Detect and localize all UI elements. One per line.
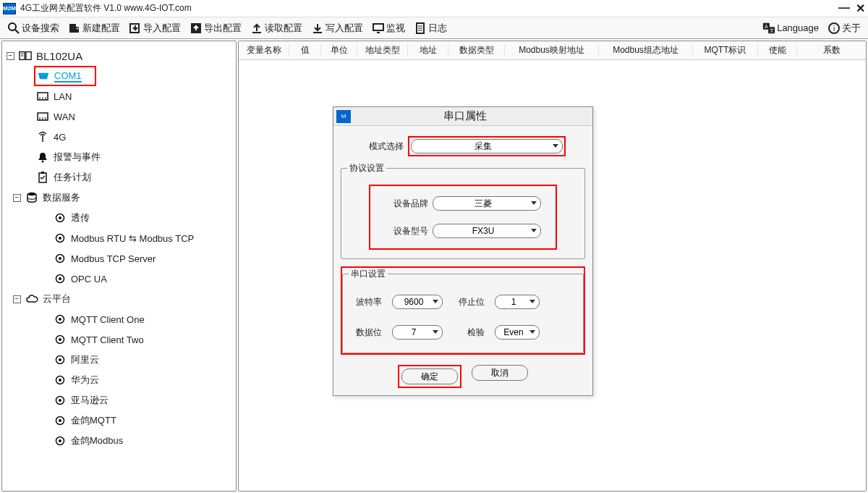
toolbar-log-label: 日志 <box>428 22 447 35</box>
tree-aliyun[interactable]: 阿里云 <box>5 350 233 370</box>
cancel-button[interactable]: 取消 <box>472 365 528 381</box>
tree-king-mqtt[interactable]: 金鸽MQTT <box>5 410 233 431</box>
toolbar-import[interactable]: 导入配置 <box>124 20 185 36</box>
svg-point-43 <box>59 318 61 321</box>
minimize-button[interactable]: — <box>838 1 850 15</box>
tree-modbus-rtu-tcp[interactable]: Modbus RTU ⇆ Modbus TCP <box>5 228 233 248</box>
tree-modbus-tcp-server[interactable]: Modbus TCP Server <box>5 248 233 269</box>
tree-mqtt-client-two[interactable]: MQTT Client Two <box>5 329 233 350</box>
brand-select[interactable]: 三菱 <box>433 196 541 211</box>
device-tree[interactable]: − BL102UA COM1 <box>1 41 237 492</box>
toolbar-monitor-label: 监视 <box>386 22 405 35</box>
target-icon <box>54 232 67 244</box>
col-modbusmap[interactable]: Modbus映射地址 <box>505 44 599 56</box>
col-addrtype[interactable]: 地址类型 <box>357 44 408 56</box>
toolbar-read-label: 读取配置 <box>265 22 302 35</box>
svg-rect-18 <box>26 52 31 60</box>
col-unit[interactable]: 单位 <box>321 44 357 56</box>
baud-select[interactable]: 9600 <box>392 295 443 309</box>
parity-label: 检验 <box>453 326 485 339</box>
serial-fieldset: 串口设置 波特率 9600 停止位 1 数据位 7 检验 Even <box>342 268 584 353</box>
stopbits-select[interactable]: 1 <box>495 295 540 309</box>
collapse-icon[interactable]: − <box>7 52 14 60</box>
tree-mqtt2-label: MQTT Client Two <box>71 334 144 345</box>
close-button[interactable]: ✕ <box>856 1 865 15</box>
tree-task-label: 任务计划 <box>54 171 91 184</box>
svg-line-1 <box>15 30 19 33</box>
tree-king-modbus[interactable]: 金鸽Modbus <box>5 431 233 451</box>
toolbar-export[interactable]: 导出配置 <box>185 20 246 36</box>
tree-passthrough-label: 透传 <box>71 211 90 224</box>
wan-icon <box>36 111 49 122</box>
databits-select[interactable]: 7 <box>392 325 443 340</box>
col-varname[interactable]: 变量名称 <box>239 44 289 56</box>
toolbar-about-label: 关于 <box>842 22 861 35</box>
tree-lan-label: LAN <box>54 91 72 102</box>
antenna-icon <box>36 131 49 143</box>
toolbar-read[interactable]: 读取配置 <box>246 20 307 36</box>
tree-4g[interactable]: 4G <box>5 127 233 147</box>
download-icon <box>311 22 324 35</box>
collapse-icon[interactable]: − <box>13 194 21 202</box>
ok-button[interactable]: 确定 <box>401 368 458 384</box>
tree-com1-label: COM1 <box>54 70 82 83</box>
toolbar-search-label: 设备搜索 <box>22 22 59 35</box>
col-datatype[interactable]: 数据类型 <box>448 44 505 56</box>
col-enable[interactable]: 使能 <box>758 44 797 56</box>
toolbar-write[interactable]: 写入配置 <box>307 20 367 36</box>
target-icon <box>54 354 67 366</box>
svg-point-39 <box>59 257 61 260</box>
tree-cloud[interactable]: − 云平台 <box>5 289 233 309</box>
toolbar-monitor[interactable]: 监视 <box>367 20 409 36</box>
tree-opc-ua-label: OPC UA <box>71 274 107 285</box>
toolbar-about[interactable]: i 关于 <box>823 20 865 36</box>
col-value[interactable]: 值 <box>289 44 321 56</box>
upload-icon <box>250 22 263 35</box>
svg-rect-5 <box>373 24 383 30</box>
serial-port-icon <box>37 70 50 82</box>
main-content: 变量名称 值 单位 地址类型 地址 数据类型 Modbus映射地址 Modbus… <box>238 41 867 492</box>
tree-mqtt1-label: MQTT Client One <box>71 314 145 325</box>
brand-label: 设备品牌 <box>385 198 428 210</box>
parity-select[interactable]: Even <box>495 325 540 340</box>
tree-task[interactable]: 任务计划 <box>5 167 233 187</box>
target-icon <box>54 253 67 264</box>
model-label: 设备型号 <box>385 225 428 237</box>
dialog-titlebar[interactable]: M 串口属性 <box>333 107 592 126</box>
toolbar-language[interactable]: A文 Language <box>758 20 823 36</box>
target-icon <box>54 435 67 447</box>
svg-point-35 <box>59 216 61 219</box>
target-icon <box>54 415 67 426</box>
tree-root[interactable]: − BL102UA <box>5 46 233 66</box>
mode-select[interactable]: 采集 <box>411 139 563 153</box>
tree-aws-label: 亚马逊云 <box>71 394 109 407</box>
col-addr[interactable]: 地址 <box>408 44 448 56</box>
tree-com1[interactable]: COM1 <box>37 68 82 84</box>
window-title: 4G工业网关配置软件 V1.0 www.4G-IOT.com <box>20 2 838 14</box>
svg-point-51 <box>59 399 61 402</box>
collapse-icon[interactable]: − <box>13 295 21 303</box>
toolbar-new[interactable]: + 新建配置 <box>64 20 124 36</box>
svg-point-41 <box>59 277 61 280</box>
model-select[interactable]: FX3U <box>433 224 541 238</box>
tree-passthrough[interactable]: 透传 <box>5 208 233 228</box>
col-modbusgroup[interactable]: Modbus组态地址 <box>599 44 693 56</box>
tree-mqtt-client-one[interactable]: MQTT Client One <box>5 309 233 329</box>
tree-modbus-rtu-tcp-label: Modbus RTU ⇆ Modbus TCP <box>71 233 194 244</box>
toolbar-log[interactable]: 日志 <box>409 20 451 36</box>
tree-alarm-label: 报警与事件 <box>54 151 101 164</box>
col-mqtt[interactable]: MQTT标识 <box>693 44 758 56</box>
tree-aws[interactable]: 亚马逊云 <box>5 390 233 410</box>
tree-alarm[interactable]: 报警与事件 <box>5 147 233 167</box>
tree-opc-ua[interactable]: OPC UA <box>5 269 233 289</box>
dialog-title: 串口属性 <box>355 109 575 123</box>
tree-huawei[interactable]: 华为云 <box>5 370 233 390</box>
target-icon <box>54 212 67 224</box>
tree-data-service[interactable]: − 数据服务 <box>5 187 233 208</box>
serial-legend: 串口设置 <box>349 268 388 280</box>
tree-wan[interactable]: WAN <box>5 106 233 127</box>
tree-lan[interactable]: LAN <box>5 86 233 106</box>
tree-data-service-label: 数据服务 <box>43 191 80 204</box>
col-coef[interactable]: 系数 <box>797 44 866 56</box>
toolbar-search[interactable]: 设备搜索 <box>3 20 64 36</box>
